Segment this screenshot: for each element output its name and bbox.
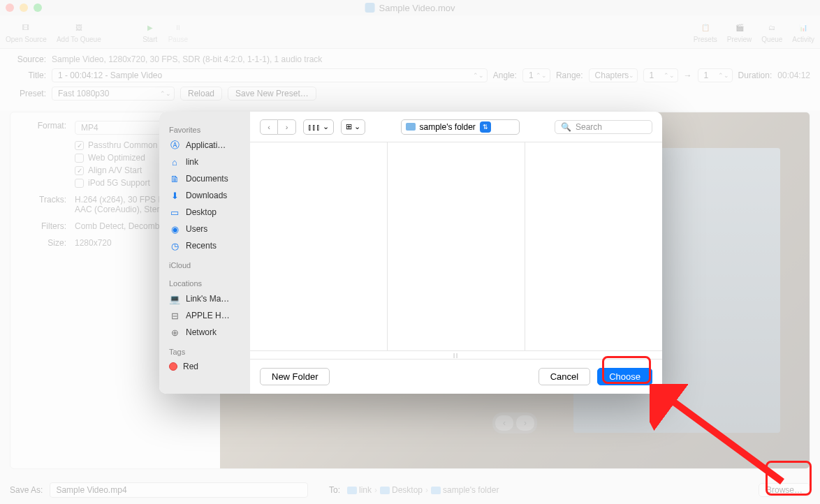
sidebar-item-downloads[interactable]: ⬇Downloads bbox=[159, 187, 250, 204]
sidebar-item-home[interactable]: ⌂link bbox=[159, 154, 250, 170]
forward-button[interactable]: › bbox=[278, 119, 296, 135]
sidebar-item-desktop[interactable]: ▭Desktop bbox=[159, 204, 250, 221]
chevron-down-icon: ⌄ bbox=[354, 122, 360, 131]
back-button[interactable]: ‹ bbox=[260, 119, 278, 135]
document-icon: 🗎 bbox=[169, 173, 180, 184]
sidebar-item-network[interactable]: ⊕Network bbox=[159, 324, 250, 341]
users-icon: ◉ bbox=[169, 223, 180, 235]
sidebar-item-mac[interactable]: 💻Link's Ma… bbox=[159, 290, 250, 307]
updown-icon: ⇅ bbox=[480, 121, 491, 133]
cancel-button[interactable]: Cancel bbox=[539, 368, 590, 385]
new-folder-button[interactable]: New Folder bbox=[260, 368, 330, 385]
choose-button[interactable]: Choose bbox=[597, 368, 652, 385]
search-input[interactable]: 🔍 Search bbox=[555, 120, 652, 134]
tag-dot-icon bbox=[169, 362, 177, 371]
sidebar-item-documents[interactable]: 🗎Documents bbox=[159, 170, 250, 187]
resize-handle[interactable]: || bbox=[250, 350, 662, 359]
drive-icon: ⊟ bbox=[169, 310, 180, 321]
download-icon: ⬇ bbox=[169, 190, 180, 201]
sidebar-item-recents[interactable]: ◷Recents bbox=[159, 237, 250, 254]
icloud-header: iCloud bbox=[159, 258, 250, 272]
columns-icon: ⫿⫿⫿ bbox=[308, 123, 321, 131]
folder-icon bbox=[406, 123, 416, 131]
home-icon: ⌂ bbox=[169, 156, 180, 168]
column-view-button[interactable]: ⫿⫿⫿⌄ bbox=[303, 119, 334, 135]
column-1[interactable] bbox=[250, 142, 388, 350]
sidebar-item-applications[interactable]: ⒶApplicati… bbox=[159, 137, 250, 154]
tags-header: Tags bbox=[159, 345, 250, 359]
chevron-down-icon: ⌄ bbox=[323, 122, 329, 131]
dialog-toolbar: ‹ › ⫿⫿⫿⌄ ⊞⌄ sample's folder ⇅ 🔍 Search bbox=[250, 112, 662, 142]
sidebar-item-users[interactable]: ◉Users bbox=[159, 221, 250, 237]
search-icon: 🔍 bbox=[561, 122, 571, 132]
sidebar-item-drive[interactable]: ⊟APPLE H… bbox=[159, 307, 250, 324]
dialog-main: ‹ › ⫿⫿⫿⌄ ⊞⌄ sample's folder ⇅ 🔍 Search bbox=[250, 112, 662, 394]
column-browser[interactable] bbox=[250, 142, 662, 350]
dialog-sidebar: Favorites ⒶApplicati… ⌂link 🗎Documents ⬇… bbox=[159, 112, 250, 394]
locations-header: Locations bbox=[159, 276, 250, 290]
clock-icon: ◷ bbox=[169, 240, 180, 251]
column-2[interactable] bbox=[388, 142, 525, 350]
path-selector[interactable]: sample's folder ⇅ bbox=[401, 119, 520, 135]
desktop-icon: ▭ bbox=[169, 207, 180, 218]
network-icon: ⊕ bbox=[169, 327, 180, 338]
column-3[interactable] bbox=[525, 142, 662, 350]
dialog-footer: New Folder Cancel Choose bbox=[250, 359, 662, 394]
favorites-header: Favorites bbox=[159, 123, 250, 137]
laptop-icon: 💻 bbox=[169, 293, 180, 304]
group-view-button[interactable]: ⊞⌄ bbox=[341, 119, 365, 135]
app-icon: Ⓐ bbox=[169, 140, 180, 151]
grid-icon: ⊞ bbox=[346, 122, 352, 131]
file-chooser-dialog: Favorites ⒶApplicati… ⌂link 🗎Documents ⬇… bbox=[159, 112, 662, 394]
sidebar-tag-red[interactable]: Red bbox=[159, 359, 250, 374]
